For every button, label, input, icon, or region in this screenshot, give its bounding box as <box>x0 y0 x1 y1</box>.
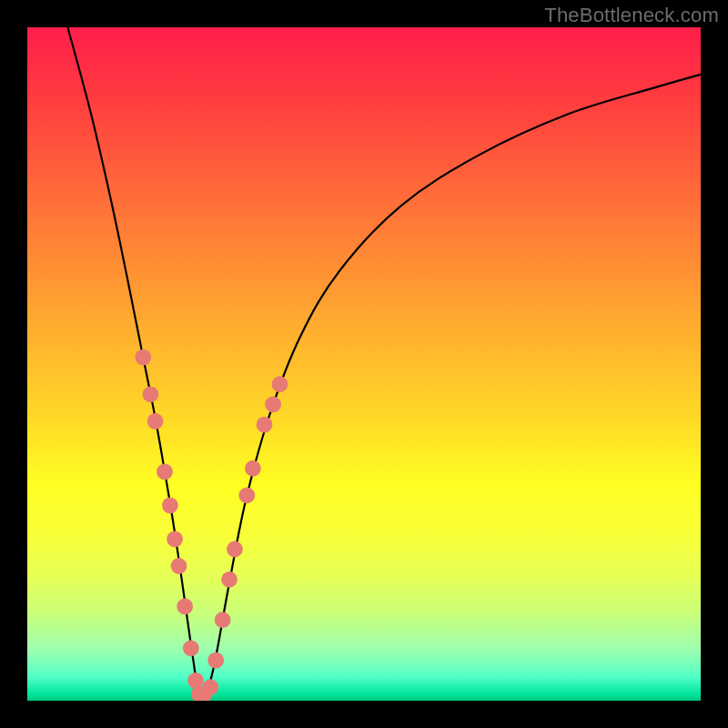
chart-frame: TheBottleneck.com <box>0 0 728 728</box>
marker-dot <box>227 541 243 558</box>
marker-dot <box>187 672 204 689</box>
marker-dot <box>221 571 238 588</box>
marker-dot <box>162 498 178 514</box>
plot-area <box>27 27 701 701</box>
marker-dot <box>183 640 199 656</box>
marker-dot <box>135 349 151 366</box>
bottleneck-curve <box>67 27 701 699</box>
marker-dot <box>238 487 255 503</box>
marker-dot <box>202 679 218 695</box>
marker-dot <box>245 460 261 477</box>
marker-dot <box>257 417 273 433</box>
chart-svg <box>27 27 701 701</box>
marker-dot <box>207 652 224 669</box>
marker-dot <box>177 599 193 615</box>
marker-dot <box>147 413 164 430</box>
marker-dot <box>215 612 231 628</box>
marker-dot <box>171 558 187 574</box>
watermark-text: TheBottleneck.com <box>544 4 719 27</box>
marker-dot <box>143 386 159 402</box>
highlighted-points <box>135 349 288 701</box>
marker-dot <box>272 376 288 392</box>
marker-dot <box>167 531 183 548</box>
marker-dot <box>265 397 281 413</box>
marker-dot <box>157 464 173 480</box>
curve-line <box>67 27 701 699</box>
